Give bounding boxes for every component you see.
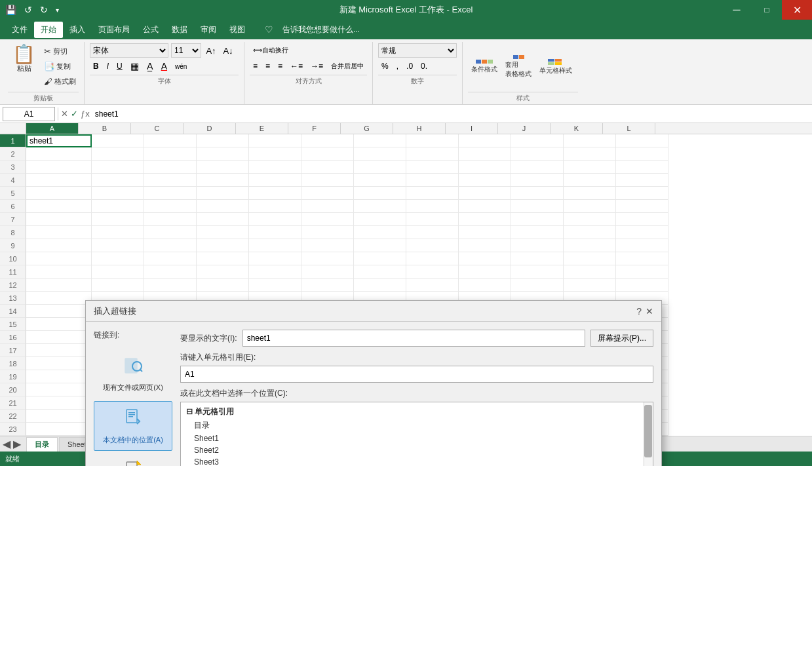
- row-number-8[interactable]: 8: [0, 226, 26, 239]
- cell-c1[interactable]: [144, 134, 197, 147]
- row-number-22[interactable]: 22: [0, 410, 26, 423]
- row-number-23[interactable]: 23: [0, 423, 26, 436]
- indent-increase-button[interactable]: →≡: [307, 59, 326, 73]
- thousands-button[interactable]: ,: [393, 59, 402, 73]
- cell-ref-input[interactable]: [180, 366, 653, 383]
- row-number-3[interactable]: 3: [0, 161, 26, 174]
- row-number-2[interactable]: 2: [0, 147, 26, 161]
- row-number-10[interactable]: 10: [0, 252, 26, 265]
- menu-view[interactable]: 视图: [223, 22, 252, 38]
- cell-d1[interactable]: [197, 134, 249, 147]
- list-item[interactable]: ⊟ 单元格引用: [184, 405, 650, 419]
- close-button[interactable]: ✕: [782, 0, 812, 20]
- cell-styles-button[interactable]: 单元格样式: [536, 57, 575, 77]
- italic-button[interactable]: I: [104, 59, 112, 73]
- row-number-7[interactable]: 7: [0, 213, 26, 226]
- col-header-c[interactable]: C: [131, 123, 184, 134]
- menu-formula[interactable]: 公式: [136, 22, 165, 38]
- link-type-this-document[interactable]: 本文档中的位置(A): [94, 401, 172, 451]
- list-item[interactable]: Sheet1: [184, 433, 650, 444]
- row-number-12[interactable]: 12: [0, 279, 26, 292]
- menu-file[interactable]: 文件: [5, 22, 34, 38]
- sheet-tab-mulu[interactable]: 目录: [26, 437, 58, 452]
- link-type-existing-file[interactable]: 现有文件或网页(X): [94, 349, 172, 398]
- col-header-i[interactable]: I: [446, 123, 498, 134]
- cell-a1[interactable]: sheet1: [26, 134, 92, 147]
- number-format-select[interactable]: 常规: [378, 43, 457, 58]
- col-header-d[interactable]: D: [184, 123, 236, 134]
- menu-review[interactable]: 审阅: [194, 22, 223, 38]
- cell-f1[interactable]: [301, 134, 354, 147]
- indent-decrease-button[interactable]: ←≡: [287, 59, 306, 73]
- col-header-f[interactable]: F: [288, 123, 341, 134]
- cell-i1[interactable]: [459, 134, 511, 147]
- row-number-6[interactable]: 6: [0, 200, 26, 213]
- conditional-format-button[interactable]: 条件格式: [468, 58, 501, 76]
- row-number-15[interactable]: 15: [0, 318, 26, 331]
- font-color-button[interactable]: A: [158, 59, 170, 73]
- dialog-close-button[interactable]: ✕: [646, 306, 653, 317]
- menu-help[interactable]: ♡告诉我您想要做什么...: [252, 19, 366, 40]
- redo-button[interactable]: ↻: [37, 3, 50, 16]
- row-number-4[interactable]: 4: [0, 174, 26, 187]
- border-button[interactable]: ▦: [127, 59, 142, 73]
- maximize-button[interactable]: □: [752, 0, 782, 20]
- cell-k1[interactable]: [564, 134, 616, 147]
- insert-function-icon[interactable]: ƒx: [81, 109, 90, 119]
- undo-button[interactable]: ↺: [22, 3, 35, 16]
- merge-center-button[interactable]: 合并后居中: [328, 59, 367, 73]
- row-number-5[interactable]: 5: [0, 187, 26, 200]
- row-number-11[interactable]: 11: [0, 265, 26, 279]
- list-item[interactable]: Sheet3: [184, 456, 650, 466]
- row-number-17[interactable]: 17: [0, 344, 26, 357]
- tree-scrollbar-thumb[interactable]: [644, 405, 652, 457]
- fill-color-button[interactable]: A̲: [144, 59, 157, 73]
- col-header-g[interactable]: G: [341, 123, 393, 134]
- cell-b1[interactable]: [92, 134, 144, 147]
- paste-button[interactable]: 📋 粘贴: [8, 43, 40, 75]
- percent-button[interactable]: %: [378, 59, 392, 73]
- col-header-k[interactable]: K: [551, 123, 603, 134]
- align-right-button[interactable]: ≡: [275, 59, 286, 73]
- cell-g1[interactable]: [354, 134, 406, 147]
- cell-reference-input[interactable]: [3, 107, 55, 121]
- menu-insert[interactable]: 插入: [63, 22, 92, 38]
- font-shrink-button[interactable]: A↓: [221, 43, 235, 58]
- format-painter-button[interactable]: 🖌 格式刷: [41, 75, 79, 88]
- menu-data[interactable]: 数据: [165, 22, 194, 38]
- tree-scrollbar-track[interactable]: [644, 402, 653, 466]
- formula-input[interactable]: [92, 108, 809, 120]
- col-header-b[interactable]: B: [79, 123, 131, 134]
- cell-a2[interactable]: [26, 147, 92, 161]
- cut-button[interactable]: ✂ 剪切: [41, 45, 79, 58]
- location-tree[interactable]: ⊟ 单元格引用 目录 Sheet1 Sheet2 Sheet3 Sheet4 S…: [180, 402, 653, 466]
- col-header-a[interactable]: A: [26, 123, 79, 134]
- row-number-19[interactable]: 19: [0, 370, 26, 383]
- align-left-button[interactable]: ≡: [250, 59, 261, 73]
- font-name-select[interactable]: 宋体: [90, 43, 168, 58]
- decimal-decrease-button[interactable]: 0.: [417, 59, 431, 73]
- wubi-button[interactable]: wén: [172, 59, 190, 73]
- row-number-21[interactable]: 21: [0, 396, 26, 410]
- cell-l1[interactable]: [616, 134, 668, 147]
- row-number-16[interactable]: 16: [0, 331, 26, 344]
- list-item[interactable]: Sheet2: [184, 444, 650, 456]
- row-number-20[interactable]: 20: [0, 383, 26, 396]
- tab-next-button[interactable]: ▶: [13, 438, 21, 450]
- tab-prev-button[interactable]: ◀: [3, 438, 10, 450]
- dialog-help-icon[interactable]: ?: [636, 306, 642, 317]
- cell-h1[interactable]: [406, 134, 459, 147]
- link-type-new-document[interactable]: 新建文档(N): [94, 453, 172, 466]
- align-center-button[interactable]: ≡: [262, 59, 273, 73]
- cancel-formula-icon[interactable]: ✕: [61, 109, 68, 119]
- row-number-14[interactable]: 14: [0, 305, 26, 318]
- screen-tip-button[interactable]: 屏幕提示(P)...: [590, 330, 653, 347]
- col-header-j[interactable]: J: [498, 123, 551, 134]
- row-number-1[interactable]: 1: [0, 134, 26, 147]
- bold-button[interactable]: B: [90, 59, 102, 73]
- qat-dropdown-button[interactable]: ▾: [53, 5, 62, 15]
- underline-button[interactable]: U: [113, 59, 126, 73]
- save-button[interactable]: 💾: [3, 3, 19, 16]
- list-item[interactable]: 目录: [184, 419, 650, 433]
- col-header-e[interactable]: E: [236, 123, 288, 134]
